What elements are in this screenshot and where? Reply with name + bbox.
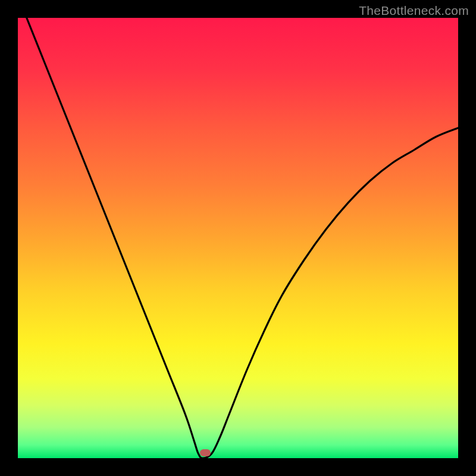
watermark-text: TheBottleneck.com [359, 4, 469, 18]
chart-frame: TheBottleneck.com [0, 0, 476, 476]
bottleneck-curve [18, 18, 458, 458]
plot-area [18, 18, 458, 458]
minimum-marker [200, 449, 211, 456]
